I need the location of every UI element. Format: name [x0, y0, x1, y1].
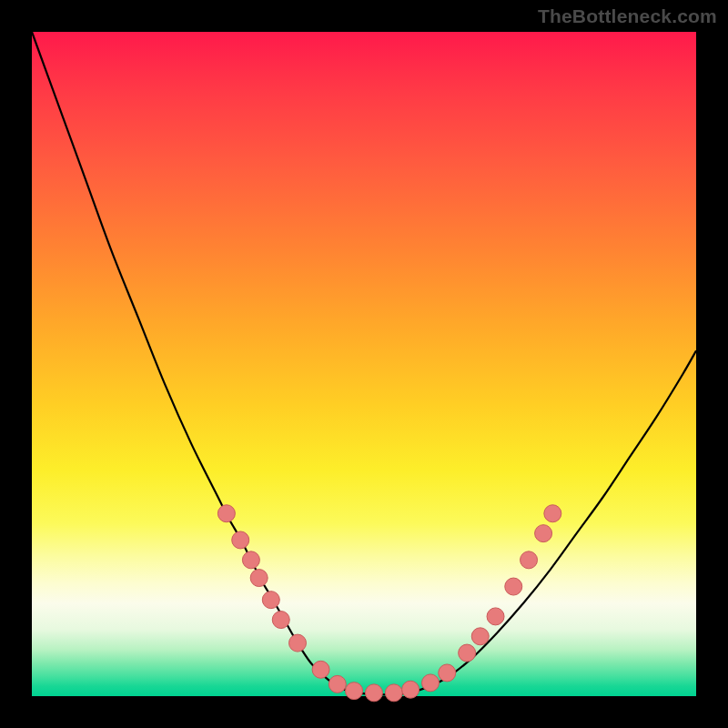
data-points-group — [217, 505, 561, 702]
chart-stage: TheBottleneck.com — [0, 0, 728, 728]
data-point — [217, 505, 235, 522]
data-point — [471, 628, 489, 645]
data-point — [402, 681, 420, 698]
plot-area — [32, 32, 696, 696]
data-point — [232, 531, 249, 549]
data-point — [439, 664, 456, 682]
watermark-text: TheBottleneck.com — [538, 5, 717, 27]
data-point — [250, 570, 268, 587]
bottleneck-curve — [32, 32, 696, 694]
chart-svg — [32, 32, 696, 696]
data-point — [521, 551, 538, 569]
data-point — [365, 684, 382, 702]
data-point — [272, 612, 289, 629]
data-point — [385, 684, 402, 702]
data-point — [262, 592, 279, 609]
data-point — [535, 525, 552, 542]
data-point — [312, 661, 329, 678]
data-point — [329, 675, 346, 693]
data-point — [289, 634, 307, 652]
data-point — [544, 505, 561, 522]
data-point — [459, 644, 476, 662]
data-point — [505, 578, 522, 595]
data-point — [422, 674, 440, 692]
data-point — [346, 682, 363, 700]
data-point — [242, 551, 259, 569]
data-point — [487, 608, 504, 625]
